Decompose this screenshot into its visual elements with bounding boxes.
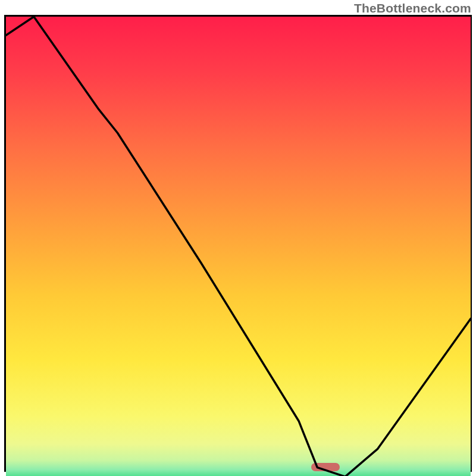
chart-frame [4,15,472,472]
chart-background-gradient [6,17,471,476]
svg-rect-0 [6,17,471,476]
optimum-marker [311,463,340,471]
watermark-text: TheBottleneck.com [354,1,471,15]
